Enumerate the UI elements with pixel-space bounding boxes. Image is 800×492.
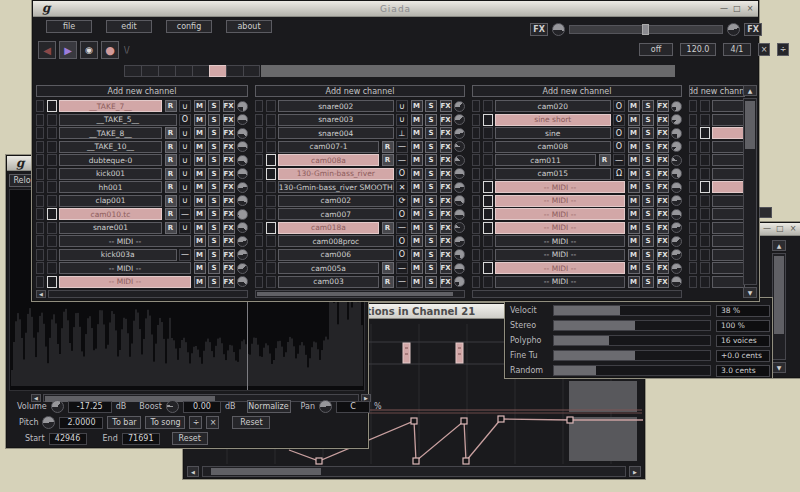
mute-button[interactable]: M <box>628 141 640 153</box>
channel-play-button[interactable] <box>483 276 493 288</box>
channel-volume-knob[interactable] <box>454 141 465 152</box>
close-button[interactable]: × <box>788 224 798 234</box>
boost-knob[interactable] <box>166 400 179 413</box>
channel-io-indicator[interactable] <box>472 181 480 193</box>
channel-sample-button[interactable] <box>712 114 745 126</box>
beat-divide-button[interactable]: ÷ <box>777 43 789 56</box>
channel-volume-knob[interactable] <box>671 263 682 274</box>
solo-button[interactable]: S <box>208 235 220 247</box>
mute-button[interactable]: M <box>194 181 206 193</box>
channel-io-indicator[interactable] <box>255 100 263 112</box>
channel-io-indicator[interactable] <box>689 154 697 166</box>
start-value[interactable]: 42946 <box>49 433 87 445</box>
channel-mode-icon[interactable]: ⟳ <box>396 195 408 207</box>
channel-io-indicator[interactable] <box>472 276 480 288</box>
fx-button[interactable]: FX <box>440 114 452 126</box>
channel-play-button[interactable] <box>266 262 276 274</box>
mute-button[interactable]: M <box>411 195 423 207</box>
channel-play-button[interactable] <box>700 127 710 139</box>
channel-io-indicator[interactable] <box>255 208 263 220</box>
channel-mode-icon[interactable]: ✕ <box>396 181 408 193</box>
channel-play-button[interactable] <box>483 181 493 193</box>
channel-sample-button[interactable] <box>712 262 745 274</box>
channel-play-button[interactable] <box>266 127 276 139</box>
channel-play-button[interactable] <box>266 168 276 180</box>
mute-button[interactable]: M <box>628 208 640 220</box>
channel-io-indicator[interactable] <box>472 168 480 180</box>
solo-button[interactable]: S <box>208 222 220 234</box>
mute-button[interactable]: M <box>411 181 423 193</box>
mute-button[interactable]: M <box>194 141 206 153</box>
master-meter[interactable] <box>569 25 723 34</box>
mute-button[interactable]: M <box>411 276 423 288</box>
menu-config[interactable]: config <box>166 20 212 33</box>
mute-button[interactable]: M <box>628 276 640 288</box>
channel-play-button[interactable] <box>483 222 493 234</box>
meter-button[interactable]: 4/1 <box>723 43 751 56</box>
channel-sample-button[interactable]: -- MIDI -- <box>59 235 191 247</box>
solo-button[interactable]: S <box>642 168 654 180</box>
channel-volume-knob[interactable] <box>454 128 465 139</box>
channel-mode-icon[interactable]: O <box>613 100 625 112</box>
meter-handle[interactable] <box>642 24 649 35</box>
pitch-divide-button[interactable]: ÷ <box>189 416 202 429</box>
fx-button[interactable]: FX <box>223 208 235 220</box>
fx-button[interactable]: FX <box>223 141 235 153</box>
channel-io-indicator[interactable] <box>36 235 44 247</box>
mute-button[interactable]: M <box>628 262 640 274</box>
channel-io-indicator[interactable] <box>689 195 697 207</box>
channel-sample-button[interactable]: -- MIDI -- <box>495 222 625 234</box>
channel-io-indicator[interactable] <box>255 262 263 274</box>
param-slider[interactable] <box>553 335 711 346</box>
master-in-fx-button[interactable]: FX <box>744 23 762 36</box>
pitch-reset-button[interactable]: Reset <box>232 416 270 429</box>
solo-button[interactable]: S <box>425 114 437 126</box>
end-value[interactable]: 71691 <box>122 433 160 445</box>
channel-io-indicator[interactable] <box>689 181 697 193</box>
channel-mode-icon[interactable]: ⊥ <box>396 127 408 139</box>
channel-volume-knob[interactable] <box>237 249 248 260</box>
solo-button[interactable]: S <box>642 208 654 220</box>
channel-io-indicator[interactable] <box>255 141 263 153</box>
param-value[interactable]: 16 voices <box>716 335 770 347</box>
channel-sample-button[interactable]: cam005a <box>278 262 379 274</box>
channel-sample-button[interactable] <box>712 168 745 180</box>
channel-play-button[interactable] <box>700 249 710 261</box>
metronome-icon[interactable]: \/ <box>124 46 129 55</box>
channel-mode-icon[interactable]: O <box>396 208 408 220</box>
channel-volume-knob[interactable] <box>671 141 682 152</box>
scrollbar-thumb[interactable] <box>257 292 453 296</box>
channel-actions-button[interactable]: R <box>165 141 177 153</box>
channel-volume-knob[interactable] <box>237 236 248 247</box>
solo-button[interactable]: S <box>208 181 220 193</box>
solo-button[interactable]: S <box>642 276 654 288</box>
solo-button[interactable]: S <box>642 195 654 207</box>
channel-volume-knob[interactable] <box>454 276 465 287</box>
channel-actions-button[interactable]: R <box>165 222 177 234</box>
fx-button[interactable]: FX <box>223 276 235 288</box>
channel-mode-icon[interactable]: O <box>613 114 625 126</box>
channel-volume-knob[interactable] <box>671 276 682 287</box>
fx-button[interactable]: FX <box>657 195 669 207</box>
mute-button[interactable]: M <box>194 249 206 261</box>
minimize-button[interactable]: — <box>762 224 772 234</box>
channel-io-indicator[interactable] <box>689 127 697 139</box>
channel-sample-button[interactable]: -- MIDI -- <box>495 181 625 193</box>
solo-button[interactable]: S <box>425 235 437 247</box>
mute-button[interactable]: M <box>411 168 423 180</box>
channel-volume-knob[interactable] <box>237 182 248 193</box>
channel-actions-button[interactable]: R <box>382 141 394 153</box>
channel-play-button[interactable] <box>47 222 57 234</box>
channel-io-indicator[interactable] <box>472 235 480 247</box>
channel-sample-button[interactable]: kick003a <box>59 249 177 261</box>
channel-io-indicator[interactable] <box>36 222 44 234</box>
channel-mode-icon[interactable]: ∪ <box>179 181 191 193</box>
pan-value[interactable]: C <box>336 401 370 413</box>
channel-sample-button[interactable]: dubteque-0 <box>59 154 162 166</box>
param-value[interactable]: 100 % <box>716 320 770 332</box>
channel-play-button[interactable] <box>47 114 57 126</box>
solo-button[interactable]: S <box>642 100 654 112</box>
pitch-multiply-button[interactable]: × <box>206 416 219 429</box>
channel-sample-button[interactable]: 130-Gmin-bass_river <box>278 168 394 180</box>
fx-button[interactable]: FX <box>223 114 235 126</box>
